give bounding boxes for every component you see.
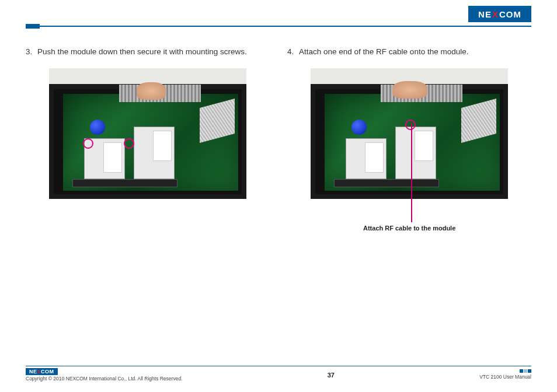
- annotation-circle-2: [124, 138, 134, 149]
- brand-text-left: NE: [478, 9, 492, 19]
- step-3-text: Push the module down then secure it with…: [37, 47, 247, 58]
- photo-capacitor: [351, 120, 367, 135]
- footer-brand-left: NE: [29, 369, 37, 374]
- photo-connector: [72, 179, 177, 187]
- copyright-text: Copyright © 2010 NEXCOM International Co…: [26, 376, 182, 382]
- brand-text-x: X: [492, 9, 499, 19]
- callout-text: Attach RF cable to the module: [363, 225, 455, 232]
- footer-left: NEXCOM Copyright © 2010 NEXCOM Internati…: [26, 368, 182, 382]
- step-4-text: Attach one end of the RF cable onto the …: [299, 47, 468, 58]
- brand-text-right: COM: [499, 9, 521, 19]
- page-number: 37: [328, 372, 335, 379]
- content-area: 3. Push the module down then secure it w…: [26, 47, 531, 199]
- step-3: 3. Push the module down then secure it w…: [26, 47, 270, 58]
- step-3-number: 3.: [26, 47, 37, 58]
- photo-module-b: [134, 127, 175, 179]
- photo-module-a: [346, 138, 387, 179]
- photo-module-b: [395, 127, 436, 179]
- step-3-photo: [49, 68, 246, 199]
- footer-brand-logo: NEXCOM: [26, 368, 58, 375]
- right-column: 4. Attach one end of the RF cable onto t…: [287, 47, 531, 199]
- brand-logo: NEXCOM: [468, 6, 531, 22]
- left-column: 3. Push the module down then secure it w…: [26, 47, 270, 199]
- photo-hand: [392, 81, 427, 99]
- page-header: NEXCOM: [0, 0, 557, 29]
- footer-squares-icon: [520, 369, 531, 373]
- document-title: VTC 2100 User Manual: [479, 374, 531, 380]
- footer-row: NEXCOM Copyright © 2010 NEXCOM Internati…: [26, 368, 531, 382]
- step-4-number: 4.: [287, 47, 299, 58]
- header-rule: [26, 26, 531, 27]
- step-4-photo: [311, 68, 508, 199]
- photo-connector: [334, 179, 439, 187]
- step-4: 4. Attach one end of the RF cable onto t…: [287, 47, 531, 58]
- callout-leader-line: [411, 123, 412, 222]
- footer-brand-right: COM: [41, 369, 54, 374]
- page-footer: NEXCOM Copyright © 2010 NEXCOM Internati…: [26, 366, 531, 382]
- annotation-circle-1: [405, 120, 416, 130]
- footer-right: VTC 2100 User Manual: [479, 368, 531, 380]
- photo-capacitor: [90, 120, 105, 135]
- annotation-circle-1: [83, 138, 93, 149]
- photo-hand: [137, 82, 166, 100]
- footer-rule: [26, 366, 531, 366]
